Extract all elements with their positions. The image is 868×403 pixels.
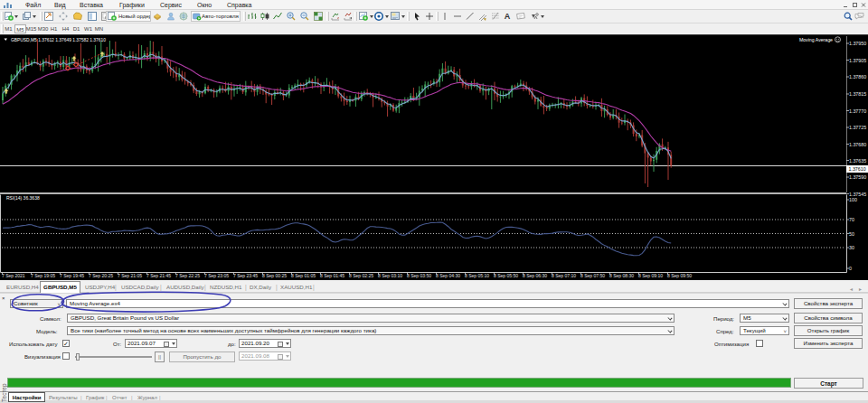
svg-text:1.37610: 1.37610 [849,166,866,172]
svg-text:7 Sep 2021: 7 Sep 2021 [2,273,25,278]
svg-text:30: 30 [849,245,854,250]
svg-text:8 Sep 09:10: 8 Sep 09:10 [638,273,663,278]
svg-text:1.37590: 1.37590 [849,174,866,180]
svg-text:7 Sep 19:05: 7 Sep 19:05 [31,273,55,278]
svg-text:Moving Average: Moving Average [799,37,833,42]
svg-text:8 Sep 07:50: 8 Sep 07:50 [580,273,605,278]
svg-text:GBPUSD,M5 1.37612 1.37649 1.3: GBPUSD,M5 1.37612 1.37649 1.37582 1.3761… [11,38,106,42]
svg-text:8 Sep 03:10: 8 Sep 03:10 [378,273,402,278]
svg-text:8 Sep 07:10: 8 Sep 07:10 [552,273,576,278]
svg-text:1.37545: 1.37545 [849,192,866,197]
svg-text:1.37815: 1.37815 [849,91,866,97]
svg-text:7 Sep 22:25: 7 Sep 22:25 [175,273,200,278]
svg-text:A: A [505,12,511,21]
svg-text:7 Sep 20:25: 7 Sep 20:25 [89,273,113,278]
svg-text:7 Sep 23:45: 7 Sep 23:45 [233,273,258,278]
svg-text:8 Sep 05:10: 8 Sep 05:10 [465,273,489,278]
svg-text:1.37860: 1.37860 [849,74,866,80]
svg-text:1.37905: 1.37905 [849,58,866,63]
svg-text:7 Sep 21:05: 7 Sep 21:05 [118,273,142,278]
svg-text:1.37635: 1.37635 [849,158,866,164]
svg-text:8 Sep 04:30: 8 Sep 04:30 [436,273,460,278]
svg-text:7 Sep 23:05: 7 Sep 23:05 [204,273,229,278]
svg-text:RSI(14) 36.3638: RSI(14) 36.3638 [6,195,40,201]
svg-text:1.37725: 1.37725 [849,125,866,130]
svg-text:8 Sep 03:50: 8 Sep 03:50 [407,273,431,278]
svg-text:8 Sep 01:05: 8 Sep 01:05 [291,273,316,278]
svg-text:8 Sep 00:25: 8 Sep 00:25 [262,273,287,278]
svg-text:8 Sep 06:30: 8 Sep 06:30 [523,273,547,278]
svg-text:1.37950: 1.37950 [849,41,866,46]
svg-text:8 Sep 05:50: 8 Sep 05:50 [494,273,518,278]
svg-text:1.37770: 1.37770 [849,108,866,114]
svg-text:8 Sep 01:45: 8 Sep 01:45 [320,273,344,278]
svg-text:50: 50 [849,231,854,237]
svg-text:0: 0 [849,266,852,271]
svg-text:8 Sep 08:30: 8 Sep 08:30 [609,273,634,278]
svg-text:8 Sep 09:50: 8 Sep 09:50 [667,273,692,278]
svg-text:8 Sep 02:25: 8 Sep 02:25 [349,273,373,278]
svg-text:70: 70 [849,217,854,222]
svg-text:7 Sep 19:45: 7 Sep 19:45 [60,273,84,278]
svg-text:7 Sep 21:45: 7 Sep 21:45 [146,273,171,278]
svg-text:100: 100 [849,197,857,202]
svg-text:1.37680: 1.37680 [849,142,866,147]
